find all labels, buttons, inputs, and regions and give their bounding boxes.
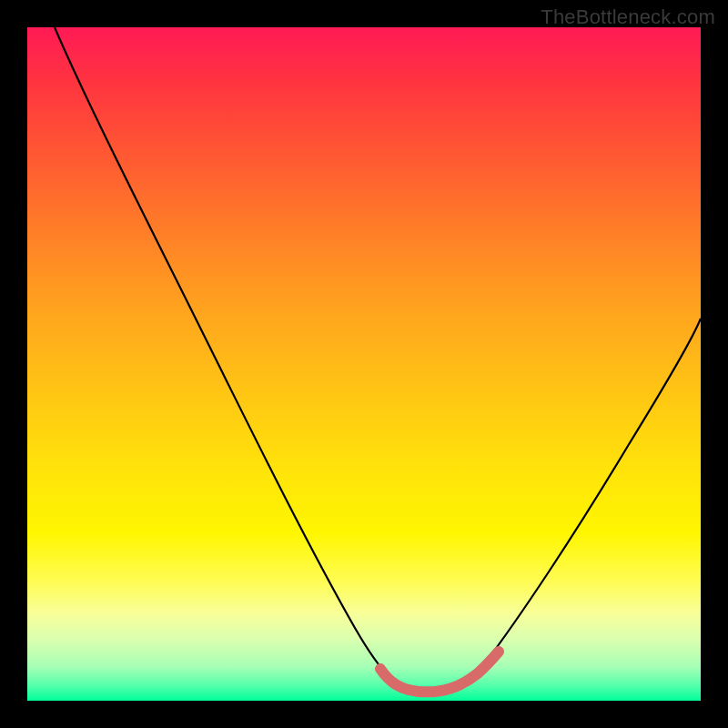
curve-layer [27,27,701,701]
bottleneck-curve [55,27,701,691]
plot-area [27,27,701,701]
watermark-text: TheBottleneck.com [541,5,715,29]
chart-frame: TheBottleneck.com [0,0,728,728]
optimal-band [380,652,499,692]
